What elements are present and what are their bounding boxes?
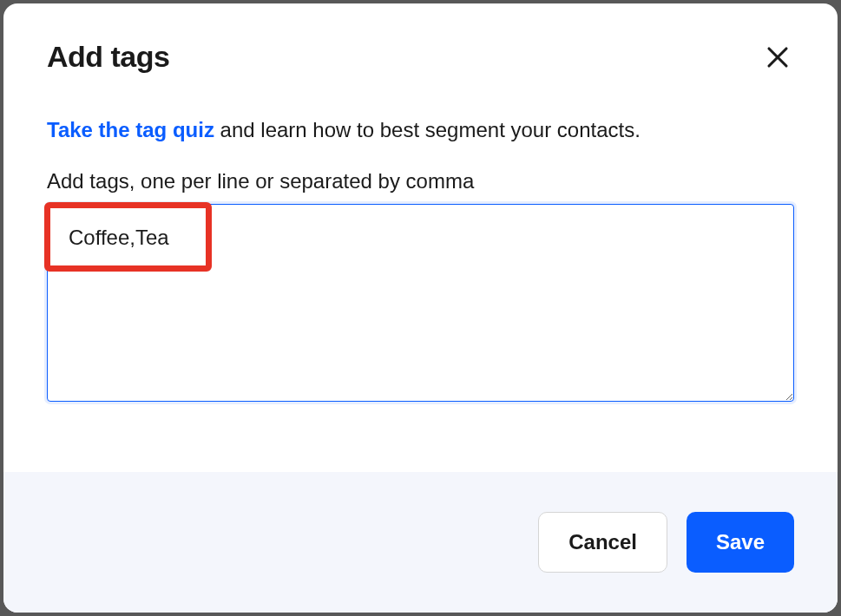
helper-text: Take the tag quiz and learn how to best … xyxy=(47,115,794,145)
add-tags-modal: Add tags Take the tag quiz and learn how… xyxy=(3,3,838,613)
helper-suffix: and learn how to best segment your conta… xyxy=(214,118,641,141)
tags-textarea[interactable] xyxy=(47,204,794,402)
modal-header: Add tags xyxy=(47,40,794,74)
tag-quiz-link[interactable]: Take the tag quiz xyxy=(47,118,214,141)
close-button[interactable] xyxy=(761,41,794,74)
modal-body: Add tags Take the tag quiz and learn how… xyxy=(3,3,838,472)
textarea-wrapper xyxy=(47,204,794,405)
cancel-button[interactable]: Cancel xyxy=(538,512,667,573)
modal-title: Add tags xyxy=(47,40,169,74)
close-icon xyxy=(765,44,791,70)
save-button[interactable]: Save xyxy=(687,512,794,573)
modal-footer: Cancel Save xyxy=(3,472,838,613)
field-label: Add tags, one per line or separated by c… xyxy=(47,169,794,193)
